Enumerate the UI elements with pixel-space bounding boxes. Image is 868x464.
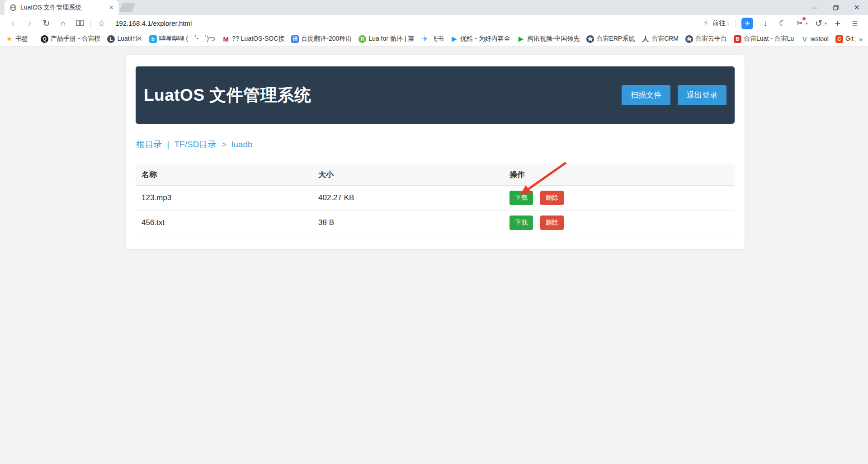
tencent-video-icon: ▶ (517, 35, 525, 43)
page-title: LuatOS 文件管理系统 (144, 84, 311, 107)
bookmark-item[interactable]: V wstool (801, 35, 829, 43)
browser-toolbar: ‹ › ↻ ⌂ ☆ 192.168.4.1/explorer.html ⚡ 前往… (0, 15, 868, 32)
app-shortcut-icon[interactable]: ✈ (741, 18, 753, 29)
file-name-cell: 456.txt (136, 210, 312, 235)
go-chevron-icon[interactable]: › (727, 20, 729, 27)
header-buttons: 扫描文件 退出登录 (622, 85, 726, 105)
bookmark-label: 合宙CRM (651, 35, 679, 43)
undo-icon[interactable]: ↺ (810, 19, 827, 28)
toolbar-divider (735, 19, 736, 28)
delete-button[interactable]: 删除 (540, 216, 564, 230)
night-mode-moon-icon[interactable]: ☾ (774, 19, 791, 28)
back-icon[interactable]: ‹ (5, 19, 21, 28)
qq-icon: Q (41, 35, 48, 43)
bookmark-item[interactable]: ✈ 飞书 (421, 35, 443, 43)
bookmark-label: 腾讯视频-中国领先 (527, 35, 580, 43)
bookmark-item[interactable]: M ?? LuatOS-SOC接 (222, 35, 284, 43)
page-background: LuatOS 文件管理系统 扫描文件 退出登录 根目录 | TF/SD目录 > … (0, 47, 868, 464)
new-tab-button[interactable] (119, 3, 136, 12)
bookmark-label: 优酷 - 为好内容全 (460, 35, 510, 43)
breadcrumb-separator: | (167, 140, 169, 149)
bookmark-label: 书签 (15, 35, 28, 43)
breadcrumb-current[interactable]: luadb (231, 140, 253, 149)
browser-tab[interactable]: LuatOS 文件管理系统 × (5, 0, 118, 15)
download-button[interactable]: 下载 (509, 216, 533, 230)
bookmark-item[interactable]: R Lua for 循环 | 菜 (359, 35, 414, 43)
go-button[interactable]: 前往 (712, 19, 726, 28)
file-table: 名称 大小 操作 123.mp3 402.27 KB 下载 删除 456.txt… (136, 164, 735, 235)
bookmark-item[interactable]: Q 产品手册 - 合宙模 (41, 35, 100, 43)
scan-files-button[interactable]: 扫描文件 (622, 85, 670, 105)
bookmark-item[interactable]: C Git 如何将 (835, 35, 856, 43)
hezhou-erp-icon: 合 (586, 35, 594, 43)
bookmarks-divider (36, 35, 36, 42)
forward-icon[interactable]: › (21, 19, 38, 28)
bookmarks-overflow-icon[interactable]: » (856, 35, 863, 43)
window-controls: – × (805, 0, 867, 15)
file-size-cell: 38 B (312, 210, 504, 235)
bookmark-label: 哔哩哔哩 ( ゜- ゜)つ (159, 35, 216, 43)
runoob-icon: R (359, 35, 366, 43)
bookmark-label: 百度翻译-200种语 (301, 35, 352, 43)
reading-mode-book-icon[interactable] (71, 20, 88, 27)
menu-hamburger-icon[interactable]: ≡ (846, 19, 863, 28)
table-row: 123.mp3 402.27 KB 下载 删除 (136, 185, 735, 210)
hezhou-crm-icon: 人 (642, 35, 649, 43)
bookmark-item[interactable]: L Luat社区 (107, 35, 142, 43)
download-icon[interactable]: ↓ (757, 19, 774, 28)
close-window-button[interactable]: × (846, 0, 867, 15)
globe-favicon-icon (9, 4, 17, 11)
luatos-soc-icon: M (222, 35, 230, 43)
page-card: LuatOS 文件管理系统 扫描文件 退出登录 根目录 | TF/SD目录 > … (126, 55, 745, 249)
bookmarks-bar: ★ 书签 Q 产品手册 - 合宙模 L Luat社区 b 哔哩哔哩 ( ゜- ゜… (0, 32, 868, 47)
bookmark-label: Git 如何将 (845, 35, 856, 43)
titlebar: LuatOS 文件管理系统 × – × (0, 0, 868, 15)
bookmark-label: 合宙ERP系统 (596, 35, 635, 43)
bookmark-item[interactable]: ★ 书签 (5, 35, 28, 43)
lightning-icon[interactable]: ⚡ (700, 19, 711, 27)
download-button[interactable]: 下载 (509, 191, 533, 205)
breadcrumb-root-link[interactable]: 根目录 (136, 140, 162, 149)
refresh-icon[interactable]: ↻ (38, 19, 55, 28)
add-tab-plus-icon[interactable]: + (829, 19, 846, 28)
bookmark-item[interactable]: 合 合宙ERP系统 (586, 35, 635, 43)
close-icon: × (854, 2, 859, 13)
bookmark-label: Luat社区 (117, 35, 142, 43)
bookmark-star-icon[interactable]: ☆ (93, 19, 110, 28)
bookmark-label: 合宙云平台 (695, 35, 727, 43)
bookmark-label: ?? LuatOS-SOC接 (232, 35, 284, 43)
bookmark-item[interactable]: b 哔哩哔哩 ( ゜- ゜)つ (149, 35, 216, 43)
file-actions-cell: 下载 删除 (504, 185, 735, 210)
bookmark-item[interactable]: 译 百度翻译-200种语 (291, 35, 352, 43)
tab-close-icon[interactable]: × (109, 4, 113, 11)
bookmark-label: 产品手册 - 合宙模 (51, 35, 100, 43)
col-size-header: 大小 (312, 164, 504, 185)
bookmark-label: wstool (811, 35, 829, 42)
bookmark-star-icon: ★ (5, 35, 13, 43)
address-url[interactable]: 192.168.4.1/explorer.html (115, 19, 192, 27)
file-name-cell: 123.mp3 (136, 185, 312, 210)
youku-icon: ▶ (450, 35, 458, 43)
minimize-button[interactable]: – (805, 0, 826, 15)
bookmark-item[interactable]: B 合宙Luat - 合宙Lu (734, 35, 794, 43)
toolbar-divider (90, 19, 91, 28)
screenshot-scissors-icon[interactable]: ✂ (791, 19, 808, 27)
col-name-header: 名称 (136, 164, 312, 185)
breadcrumb: 根目录 | TF/SD目录 > luadb (136, 139, 735, 150)
maximize-button[interactable] (826, 0, 846, 15)
app-header: LuatOS 文件管理系统 扫描文件 退出登录 (136, 66, 735, 124)
breadcrumb-tfsd-link[interactable]: TF/SD目录 (175, 140, 217, 149)
logout-button[interactable]: 退出登录 (678, 85, 726, 105)
minimize-icon: – (813, 4, 817, 12)
bookmark-item[interactable]: ▶ 腾讯视频-中国领先 (517, 35, 580, 43)
notification-dot (802, 17, 806, 20)
hezhou-cloud-icon: 合 (685, 35, 693, 43)
file-actions-cell: 下载 删除 (504, 210, 735, 235)
bookmark-item[interactable]: 人 合宙CRM (642, 35, 679, 43)
delete-button[interactable]: 删除 (540, 191, 564, 205)
home-icon[interactable]: ⌂ (55, 19, 71, 28)
bookmark-item[interactable]: 合 合宙云平台 (685, 35, 727, 43)
table-row: 456.txt 38 B 下载 删除 (136, 210, 735, 235)
bookmark-item[interactable]: ▶ 优酷 - 为好内容全 (450, 35, 510, 43)
toolbar-right: ⚡ 前往 › ✈ ↓ ☾ ✂ ▾ ↺ ▾ + ≡ (700, 18, 863, 29)
